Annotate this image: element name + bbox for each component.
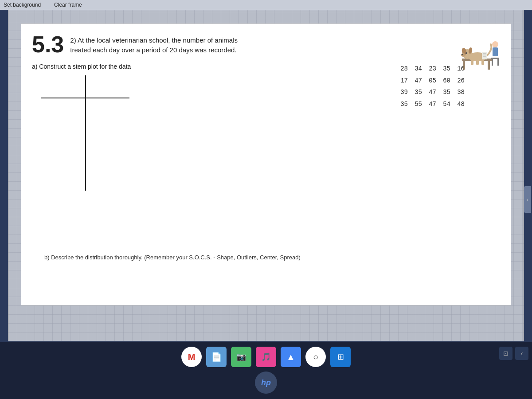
svg-rect-15	[491, 58, 499, 59]
set-background-button[interactable]: Set background	[4, 2, 41, 8]
search-circle-symbol: ○	[313, 352, 318, 362]
data-cell: 60	[440, 75, 450, 87]
svg-rect-18	[482, 52, 487, 59]
hp-text: hp	[261, 378, 271, 387]
data-cell: 35	[411, 86, 422, 98]
data-cell: 47	[411, 75, 422, 87]
data-cell: 54	[440, 98, 450, 110]
svg-rect-17	[497, 59, 499, 66]
svg-rect-14	[493, 47, 498, 56]
part-a-label: a) Construct a stem plot for the data	[32, 63, 397, 70]
data-values-section: 28 34 23 35 16 17 47 05 60 26 39	[397, 63, 465, 110]
dock-maps-icon[interactable]: ▲	[281, 347, 301, 367]
dock-music-icon[interactable]: 🎵	[256, 347, 276, 367]
screen-icon[interactable]: ⊡	[499, 347, 512, 360]
data-cell: 35	[440, 86, 450, 98]
right-edge-handle[interactable]: ›	[524, 186, 531, 213]
dock-camera-icon[interactable]: 📷	[231, 347, 251, 367]
svg-rect-11	[476, 60, 479, 65]
clear-frame-button[interactable]: Clear frame	[54, 2, 82, 8]
data-numbers-table: 28 34 23 35 16 17 47 05 60 26 39	[397, 63, 465, 110]
corner-icons: ⊡ ‹	[499, 347, 528, 360]
svg-rect-16	[492, 59, 493, 66]
data-cell: 35	[440, 63, 450, 75]
problem-header: 5.3 2) At the local veterinarian school,…	[32, 33, 500, 56]
stemplot-area	[32, 75, 147, 191]
svg-point-8	[462, 54, 463, 55]
data-cell: 28	[397, 63, 408, 75]
data-row-1: 28 34 23 35 16	[397, 63, 465, 75]
svg-rect-12	[481, 60, 484, 65]
part-b-label: b) Describe the distribution thoroughly.…	[44, 254, 301, 261]
files-icon-symbol: 📄	[211, 352, 222, 362]
dock-calc-icon[interactable]: ⊞	[330, 347, 351, 367]
data-cell: 38	[454, 86, 465, 98]
stemplot-container: a) Construct a stem plot for the data	[32, 63, 397, 191]
toolbar: Set background Clear frame	[0, 0, 532, 10]
problem-description: 2) At the local veterinarian school, the…	[70, 33, 238, 55]
back-icon[interactable]: ‹	[515, 347, 528, 360]
camera-icon-symbol: 📷	[236, 352, 246, 362]
data-cell: 35	[397, 98, 408, 110]
data-row-4: 35 55 47 54 48	[397, 98, 465, 110]
taskbar: M 📄 📷 🎵 ▲ ○ ⊞ hp	[0, 342, 532, 399]
calc-icon-symbol: ⊞	[337, 352, 344, 362]
data-cell: 17	[397, 75, 408, 87]
gmail-letter: M	[188, 352, 196, 362]
dock-search-icon[interactable]: ○	[305, 347, 326, 367]
dog-decoration	[458, 31, 502, 75]
svg-rect-1	[463, 61, 465, 70]
vertical-axis	[85, 75, 86, 191]
part-a-section: a) Construct a stem plot for the data 28…	[32, 63, 500, 191]
problem-line1: At the local veterinarian school, the nu…	[78, 36, 238, 44]
hp-logo: hp	[255, 372, 277, 394]
svg-rect-2	[488, 61, 490, 70]
data-cell: 23	[426, 63, 436, 75]
problem-part-num: 2)	[70, 36, 76, 44]
data-cell: 48	[454, 98, 465, 110]
dock-files-icon[interactable]: 📄	[206, 347, 227, 367]
svg-point-9	[466, 52, 467, 54]
music-icon-symbol: 🎵	[261, 352, 271, 362]
data-cell: 47	[426, 98, 436, 110]
svg-point-13	[492, 41, 498, 47]
maps-icon-symbol: ▲	[286, 352, 295, 362]
dock: M 📄 📷 🎵 ▲ ○ ⊞	[181, 347, 351, 367]
data-row-2: 17 47 05 60 26	[397, 75, 465, 87]
worksheet-area: 5.3 2) At the local veterinarian school,…	[8, 10, 524, 341]
svg-rect-10	[471, 60, 473, 65]
data-row-3: 39 35 47 35 38	[397, 86, 465, 98]
veterinarian-illustration	[458, 31, 502, 75]
problem-line2: treated each day over a period of 20 day…	[70, 46, 236, 54]
data-cell: 39	[397, 86, 408, 98]
data-cell: 26	[454, 75, 465, 87]
dock-gmail-icon[interactable]: M	[181, 347, 202, 367]
problem-number: 5.3	[32, 33, 64, 56]
data-cell: 55	[411, 98, 422, 110]
content-card: 5.3 2) At the local veterinarian school,…	[21, 23, 511, 305]
data-cell: 05	[426, 75, 436, 87]
svg-point-7	[461, 53, 466, 57]
data-cell: 34	[411, 63, 422, 75]
data-cell: 47	[426, 86, 436, 98]
